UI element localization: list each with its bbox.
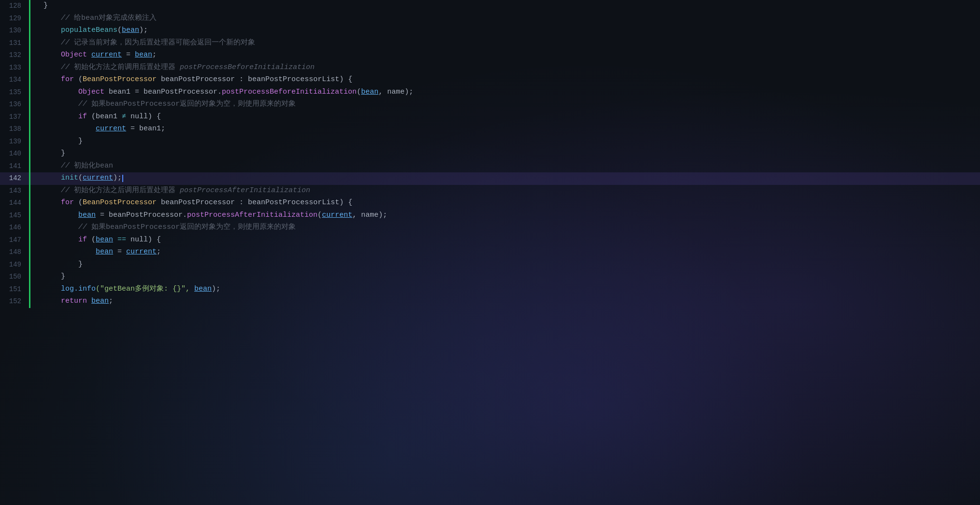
line-number: 133 xyxy=(0,62,29,74)
variable-link[interactable]: bean xyxy=(122,26,139,34)
gutter xyxy=(29,185,32,197)
code-content: // 如果beanPostProcessor返回的对象为空，则使用原来的对象 xyxy=(32,98,980,111)
gutter xyxy=(29,283,32,296)
code-line: 132 Object current = bean; xyxy=(0,49,980,62)
variable-link[interactable]: current xyxy=(322,211,352,219)
token: 如果beanPostProcessor返回的对象为空，则使用原来的对象 xyxy=(91,100,296,108)
code-content: bean = beanPostProcessor.postProcessAfte… xyxy=(32,210,980,222)
code-content: if (bean == null) { xyxy=(32,234,980,247)
gutter xyxy=(29,74,32,86)
variable-link[interactable]: bean xyxy=(91,297,109,305)
variable-link[interactable]: current xyxy=(83,174,113,182)
token: } xyxy=(78,137,83,145)
token: (bean1 xyxy=(87,112,122,121)
code-line: 145 bean = beanPostProcessor.postProcess… xyxy=(0,210,980,222)
token: ); xyxy=(113,174,122,182)
variable-link[interactable]: bean xyxy=(96,248,113,256)
line-number: 130 xyxy=(0,25,29,37)
token: , name); xyxy=(352,211,387,219)
token: ); xyxy=(212,285,220,293)
variable-link[interactable]: current xyxy=(91,51,122,59)
code-line: 136 // 如果beanPostProcessor返回的对象为空，则使用原来的… xyxy=(0,98,980,111)
line-number: 134 xyxy=(0,74,29,86)
code-content: // 给bean对象完成依赖注入 xyxy=(32,13,980,25)
token: ( xyxy=(317,211,322,219)
token: beanPostProcessor : beanPostProcessorLis… xyxy=(157,75,352,84)
code-content: if (bean1 ≠ null) { xyxy=(32,111,980,124)
gutter xyxy=(29,13,32,25)
string-literal: ("getBean多例对象: {}", xyxy=(96,285,194,293)
token: = beanPostProcessor. xyxy=(96,211,187,219)
line-number: 148 xyxy=(0,246,29,259)
line-number: 131 xyxy=(0,37,29,50)
code-line: 134 for (BeanPostProcessor beanPostProce… xyxy=(0,74,980,86)
gutter xyxy=(29,49,32,62)
code-content: // 记录当前对象，因为后置处理器可能会返回一个新的对象 xyxy=(32,37,980,50)
code-line: 140 } xyxy=(0,148,980,160)
code-line: 148 bean = current; xyxy=(0,246,980,259)
code-line: 139 } xyxy=(0,136,980,148)
gutter xyxy=(29,210,32,222)
line-number: 132 xyxy=(0,49,29,62)
line-number: 145 xyxy=(0,210,29,222)
code-line: 130 populateBeans(bean); xyxy=(0,25,980,37)
line-number: 128 xyxy=(0,0,29,13)
line-number: 146 xyxy=(0,222,29,234)
token: ≠ xyxy=(122,112,126,121)
variable-link[interactable]: bean xyxy=(361,88,378,96)
line-number: 137 xyxy=(0,111,29,124)
code-line: 131 // 记录当前对象，因为后置处理器可能会返回一个新的对象 xyxy=(0,37,980,50)
line-number: 141 xyxy=(0,160,29,173)
token: // xyxy=(61,63,74,71)
variable-link[interactable]: bean xyxy=(96,236,113,244)
gutter xyxy=(29,136,32,148)
code-area[interactable]: 128}129 // 给bean对象完成依赖注入130 populateBean… xyxy=(0,0,980,505)
token: postProcessBeforeInitialization xyxy=(222,88,357,96)
gutter xyxy=(29,172,32,185)
code-content: // 初始化方法之前调用后置处理器 postProcessBeforeIniti… xyxy=(32,62,980,74)
token: } xyxy=(61,149,65,157)
code-content: bean = current; xyxy=(32,246,980,259)
variable-link[interactable]: current xyxy=(96,125,126,133)
token: 初始化方法之后调用后置处理器 xyxy=(74,186,180,195)
variable-link[interactable]: bean xyxy=(78,211,96,219)
gutter xyxy=(29,98,32,111)
token: for xyxy=(61,75,74,84)
code-content: } xyxy=(32,271,980,283)
line-number: 140 xyxy=(0,148,29,160)
gutter xyxy=(29,295,32,308)
gutter xyxy=(29,25,32,37)
token: ; xyxy=(109,297,113,305)
code-content: } xyxy=(32,0,980,13)
token: ; xyxy=(152,51,157,59)
token: if xyxy=(78,112,87,121)
token: ( xyxy=(74,198,83,207)
gutter xyxy=(29,111,32,124)
token: null) { xyxy=(126,112,161,121)
code-line: 143 // 初始化方法之后调用后置处理器 postProcessAfterIn… xyxy=(0,185,980,197)
line-number: 144 xyxy=(0,197,29,210)
line-number: 152 xyxy=(0,295,29,308)
code-content: return bean; xyxy=(32,295,980,308)
code-editor: 128}129 // 给bean对象完成依赖注入130 populateBean… xyxy=(0,0,980,505)
variable-link[interactable]: current xyxy=(126,248,157,256)
code-content: log.info("getBean多例对象: {}", bean); xyxy=(32,283,980,296)
token: // xyxy=(61,14,74,22)
token: if xyxy=(78,236,87,244)
code-line: 135 Object bean1 = beanPostProcessor.pos… xyxy=(0,86,980,99)
token: } xyxy=(43,1,48,10)
gutter xyxy=(29,148,32,160)
gutter xyxy=(29,271,32,283)
code-content: } xyxy=(32,148,980,160)
token: ( xyxy=(87,236,96,244)
token: // xyxy=(61,39,74,47)
code-line: 149 } xyxy=(0,259,980,271)
variable-link[interactable]: bean xyxy=(135,51,152,59)
token: // xyxy=(78,223,91,231)
code-line: 144 for (BeanPostProcessor beanPostProce… xyxy=(0,197,980,210)
variable-link[interactable]: bean xyxy=(194,285,212,293)
code-line: 150 } xyxy=(0,271,980,283)
text-cursor xyxy=(122,175,123,182)
code-content: for (BeanPostProcessor beanPostProcessor… xyxy=(32,74,980,86)
line-number: 138 xyxy=(0,123,29,136)
